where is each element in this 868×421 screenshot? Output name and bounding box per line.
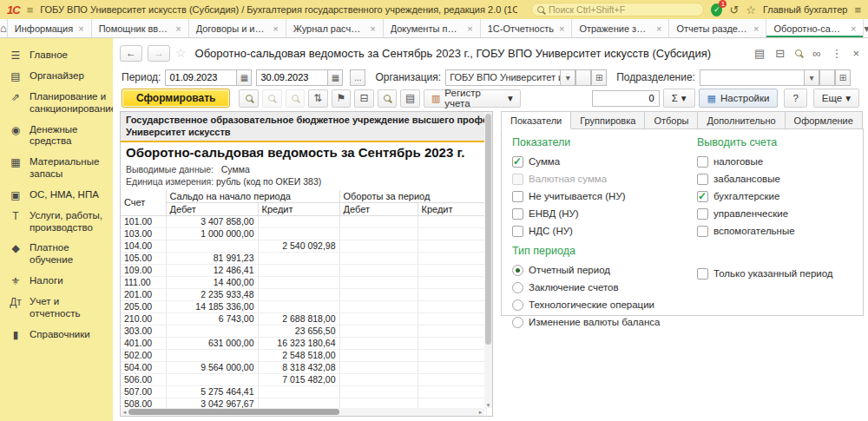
organization-combo[interactable]: ГОБУ ВПО Университет и ▾ ⊞ bbox=[445, 69, 607, 86]
preview-button[interactable] bbox=[378, 89, 398, 108]
sidebar-item[interactable]: ▣ ОС, НМА, НПА bbox=[0, 185, 113, 206]
global-search[interactable] bbox=[531, 3, 704, 16]
account-row[interactable]: 507.00 5 275 464,41 bbox=[121, 385, 486, 398]
tab-close-icon[interactable]: × bbox=[370, 23, 375, 34]
account-row[interactable]: 401.00 631 000,00 16 323 180,64 bbox=[121, 337, 486, 349]
account-row[interactable]: 205.00 14 185 336,00 bbox=[121, 300, 486, 312]
account-row[interactable]: 504.00 9 564 000,00 8 318 432,08 bbox=[121, 361, 486, 373]
close-window-icon[interactable]: × bbox=[852, 47, 859, 60]
window-tab[interactable]: Помощник ввода пл... × bbox=[92, 19, 189, 37]
save-button[interactable]: ▤ bbox=[400, 89, 420, 108]
search-input[interactable] bbox=[549, 4, 698, 15]
only-specified-period-checkbox[interactable]: Только указанный период bbox=[697, 265, 852, 282]
more-icon[interactable]: ⋮ bbox=[831, 47, 842, 60]
window-tab[interactable]: Информация × bbox=[8, 19, 92, 37]
sidebar-item[interactable]: ▤ Органайзер bbox=[0, 66, 113, 87]
sidebar-item[interactable]: ◉ Денежные средства bbox=[0, 120, 113, 153]
preview-icon[interactable] bbox=[795, 49, 802, 56]
sidebar-item[interactable]: ⇗ Планирование и санкционирование bbox=[0, 87, 113, 120]
favorite-star-icon[interactable]: ☆ bbox=[175, 46, 187, 60]
window-tab[interactable]: Документы по учету ... × bbox=[384, 19, 481, 37]
indicator-checkbox[interactable]: ЕНВД (НУ) bbox=[512, 205, 690, 222]
account-row[interactable]: 210.00 6 743,00 2 688 818,00 bbox=[121, 312, 486, 325]
sidebar-item[interactable]: ▮ Справочники bbox=[0, 325, 113, 345]
tab-close-icon[interactable]: × bbox=[175, 23, 181, 34]
register-button[interactable]: ▥ Регистр учета ▾ bbox=[424, 89, 521, 108]
sidebar-item[interactable]: ☰ Главное bbox=[0, 45, 113, 66]
window-tab[interactable]: Журнал расчетно - п... × bbox=[286, 19, 384, 37]
period-type-radio[interactable]: Отчетный период bbox=[512, 261, 690, 279]
dropdown-icon[interactable]: ▾ bbox=[560, 69, 575, 86]
period-options-button[interactable]: ... bbox=[350, 69, 365, 86]
account-row[interactable]: 104.00 2 540 092,98 bbox=[121, 240, 486, 252]
save-icon[interactable]: ▤ bbox=[754, 47, 765, 60]
sidebar-item[interactable]: ⚜ Налоги bbox=[0, 271, 113, 292]
account-row[interactable]: 111.00 14 400,00 bbox=[121, 276, 486, 288]
account-row[interactable]: 303.00 23 656,50 bbox=[121, 325, 486, 337]
vertical-scrollbar[interactable]: ▾ bbox=[484, 112, 492, 408]
account-type-checkbox[interactable]: налоговые bbox=[697, 153, 852, 170]
help-button[interactable]: ? bbox=[784, 89, 806, 108]
period-type-radio[interactable]: Заключение счетов bbox=[512, 279, 690, 296]
account-row[interactable]: 103.00 1 000 000,00 bbox=[121, 227, 486, 240]
account-row[interactable]: 201.00 2 235 933,48 bbox=[121, 288, 486, 300]
settings-tab[interactable]: Группировка bbox=[571, 111, 645, 129]
user-menu-icon[interactable]: ≡ bbox=[854, 3, 861, 16]
calendar-icon[interactable]: ▦ bbox=[236, 69, 252, 86]
horizontal-scrollbar-thumb[interactable] bbox=[128, 409, 339, 415]
window-tab[interactable]: Договоры и иные ос... × bbox=[189, 19, 286, 37]
window-tab[interactable]: 1С-Отчетность × bbox=[481, 19, 573, 37]
indicator-checkbox[interactable]: НДС (НУ) bbox=[512, 222, 690, 240]
window-tab[interactable]: Отражение зарплат... × bbox=[572, 19, 669, 37]
indicator-checkbox[interactable]: Не учитывается (НУ) bbox=[512, 187, 690, 205]
clear-icon[interactable] bbox=[819, 69, 835, 86]
favorites-icon[interactable]: ☆ bbox=[746, 3, 756, 16]
tab-close-icon[interactable]: × bbox=[273, 23, 278, 34]
bookmark-button[interactable]: ⚑ bbox=[332, 89, 352, 108]
vertical-scrollbar-thumb[interactable] bbox=[485, 114, 491, 345]
home-tab[interactable]: ⌂ bbox=[0, 19, 8, 37]
expand-group-button[interactable] bbox=[262, 89, 282, 108]
sigma-button[interactable]: Σ ▾ bbox=[663, 89, 695, 108]
account-row[interactable]: 101.00 3 407 858,00 bbox=[121, 215, 486, 227]
tab-close-icon[interactable]: × bbox=[656, 23, 661, 34]
account-row[interactable]: 109.00 12 486,41 bbox=[121, 264, 486, 276]
collapse-group-button[interactable] bbox=[286, 89, 306, 108]
tab-close-icon[interactable]: × bbox=[559, 23, 564, 34]
indicator-checkbox[interactable]: Валютная сумма bbox=[512, 170, 690, 187]
account-row[interactable]: 506.00 7 015 482,00 bbox=[121, 373, 486, 385]
account-type-checkbox[interactable]: управленческие bbox=[697, 205, 852, 222]
settings-button[interactable]: ▦ Настройки bbox=[699, 89, 779, 108]
print-button[interactable]: ⊟ bbox=[354, 89, 374, 108]
sidebar-item[interactable]: Дт Учет и отчетность bbox=[0, 292, 113, 325]
account-type-checkbox[interactable]: забалансовые bbox=[697, 170, 852, 187]
open-icon[interactable]: ⊞ bbox=[835, 69, 851, 86]
history-icon[interactable]: ↺ bbox=[729, 3, 739, 16]
settings-tab[interactable]: Оформление bbox=[786, 111, 863, 129]
scroll-left-icon[interactable]: ◂ bbox=[121, 409, 128, 416]
horizontal-scrollbar[interactable]: ◂ ▸ bbox=[121, 408, 484, 416]
settings-tab[interactable]: Показатели bbox=[501, 111, 571, 129]
tabs-overflow-button[interactable]: ▾ bbox=[864, 19, 868, 37]
indicator-checkbox[interactable]: Сумма bbox=[512, 153, 690, 170]
period-type-radio[interactable]: Изменение валюты баланса bbox=[512, 313, 690, 331]
account-row[interactable]: 105.00 81 991,23 bbox=[121, 252, 486, 264]
period-from-input[interactable] bbox=[165, 69, 236, 86]
back-button[interactable]: ← bbox=[120, 45, 142, 62]
notifications-button[interactable]: ✓ 1 bbox=[711, 3, 722, 16]
settings-tab[interactable]: Отборы bbox=[645, 111, 698, 129]
sort-button[interactable]: ⇅ bbox=[308, 89, 328, 108]
sidebar-item[interactable]: ▦ Материальные запасы bbox=[0, 152, 113, 185]
forward-button[interactable]: → bbox=[148, 45, 170, 62]
period-to-input[interactable] bbox=[256, 69, 327, 86]
window-tab[interactable]: Оборотно-сальдова... × bbox=[766, 19, 864, 37]
find-button[interactable] bbox=[239, 89, 259, 108]
sidebar-item[interactable]: ◆ Платное обучение bbox=[0, 238, 113, 271]
scroll-right-icon[interactable]: ▸ bbox=[477, 409, 484, 416]
tab-close-icon[interactable]: × bbox=[467, 23, 472, 34]
open-icon[interactable]: ⊞ bbox=[591, 69, 607, 86]
tab-close-icon[interactable]: × bbox=[753, 23, 759, 34]
account-type-checkbox[interactable]: бухгалтерские bbox=[697, 187, 852, 205]
scroll-down-icon[interactable]: ▾ bbox=[484, 402, 492, 409]
generate-button[interactable]: Сформировать bbox=[122, 89, 230, 108]
